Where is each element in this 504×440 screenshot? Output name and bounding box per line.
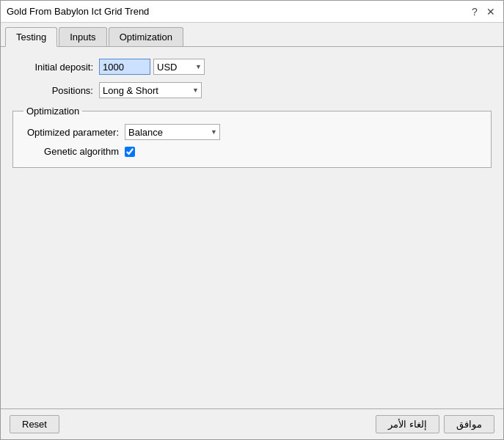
genetic-algo-row: Genetic algorithm [23,146,481,157]
optimized-param-label: Optimized parameter: [23,127,119,138]
optimized-param-select[interactable]: Balance Profit Factor Expected Payoff Dr… [125,124,220,140]
close-button[interactable]: ✕ [484,5,497,18]
optimized-param-row: Optimized parameter: Balance Profit Fact… [23,124,481,140]
positions-label: Positions: [12,85,93,96]
tab-testing[interactable]: Testing [5,27,57,47]
window-title: Gold From Babylon Ict Grid Trend [7,6,149,17]
positions-select-wrapper: Long & Short Long Only Short Only [99,82,202,98]
genetic-algo-checkbox[interactable] [125,147,135,157]
positions-select[interactable]: Long & Short Long Only Short Only [99,82,202,98]
tab-bar: Testing Inputs Optimization [1,23,503,47]
help-button[interactable]: ? [468,5,481,18]
tab-optimization[interactable]: Optimization [109,27,183,46]
reset-button[interactable]: Reset [10,415,59,433]
optimized-param-select-wrapper: Balance Profit Factor Expected Payoff Dr… [125,124,220,140]
optimization-group: Optimization Optimized parameter: Balanc… [12,106,492,168]
currency-select[interactable]: USD EUR GBP [153,59,205,75]
initial-deposit-input[interactable] [99,59,150,75]
ok-button[interactable]: موافق [444,415,494,433]
genetic-algo-label: Genetic algorithm [23,146,119,157]
initial-deposit-label: Initial deposit: [12,62,93,73]
footer: Reset إلغاء الأمر موافق [1,408,503,439]
main-window: Gold From Babylon Ict Grid Trend ? ✕ Tes… [0,0,504,440]
cancel-button[interactable]: إلغاء الأمر [376,415,439,433]
content-area: Initial deposit: USD EUR GBP Positions: … [1,47,503,408]
initial-deposit-row: Initial deposit: USD EUR GBP [12,59,492,75]
positions-row: Positions: Long & Short Long Only Short … [12,82,492,98]
tab-inputs[interactable]: Inputs [59,27,106,46]
title-bar-controls: ? ✕ [468,5,497,18]
deposit-inputs: USD EUR GBP [99,59,205,75]
currency-select-wrapper: USD EUR GBP [153,59,205,75]
title-bar: Gold From Babylon Ict Grid Trend ? ✕ [1,1,503,23]
optimization-group-label: Optimization [23,106,82,117]
